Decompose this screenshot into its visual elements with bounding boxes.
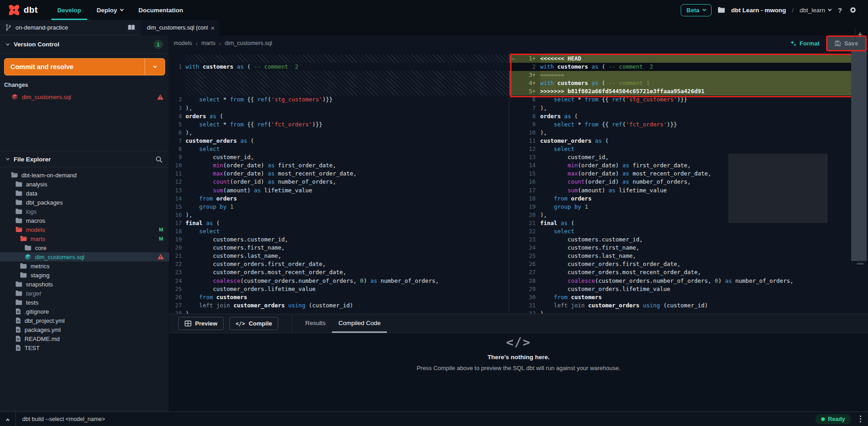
code-row[interactable]: 2with customers as ( -- comment 2 xyxy=(509,63,851,71)
code-row[interactable]: 26 from customers xyxy=(169,293,509,301)
tab-dim-customers[interactable]: dim_customers.sql (confli... × xyxy=(141,20,219,35)
dbt-logo[interactable]: dbt xyxy=(8,4,38,16)
code-row[interactable]: 32) xyxy=(509,310,851,314)
code-row[interactable]: 4+with customers as ( -- comment 1 xyxy=(509,79,851,87)
code-row[interactable]: 27 left join customer_orders using (cust… xyxy=(169,301,509,310)
code-row[interactable]: 5+>>>>>>> b81f802a66fd544504c65721e3ffaa… xyxy=(509,87,851,95)
tree-item-dbt-project-yml[interactable]: dbt_project.yml xyxy=(0,316,169,325)
breadcrumb-item[interactable]: marts xyxy=(201,40,216,46)
tree-item-test[interactable]: TEST xyxy=(0,343,169,352)
environment-dropdown[interactable]: dbt_learn xyxy=(800,7,831,14)
code-row[interactable]: 28) xyxy=(169,310,509,314)
code-row[interactable]: 10 min(order_date) as first_order_date, xyxy=(169,161,509,170)
breadcrumb-item[interactable]: dim_customers.sql xyxy=(225,40,272,46)
command-input[interactable] xyxy=(16,416,815,422)
nav-deploy[interactable]: Deploy xyxy=(91,0,129,20)
code-row[interactable]: 23 customer_orders.most_recent_order_dat… xyxy=(169,268,509,276)
code-row[interactable]: 3), xyxy=(169,104,509,112)
scrollbar-thumb[interactable] xyxy=(857,263,864,265)
code-row[interactable]: 7), xyxy=(509,104,851,112)
tree-item-snapshots[interactable]: snapshots xyxy=(0,280,169,289)
code-row[interactable]: 31 left join customer_orders using (cust… xyxy=(509,301,851,310)
changed-file-item[interactable]: dim_customers.sql xyxy=(0,92,169,102)
tree-item-analysis[interactable]: analysis xyxy=(0,180,169,189)
code-row[interactable]: 20 customers.first_name, xyxy=(169,244,509,252)
tree-item-dbt-packages[interactable]: dbt_packages xyxy=(0,198,169,207)
search-icon[interactable] xyxy=(155,155,163,163)
code-row[interactable]: 12 count(order_id) as number_of_orders, xyxy=(169,178,509,186)
code-row[interactable]: 29 customer_orders.lifetime_value xyxy=(509,285,851,293)
code-row[interactable]: –1+<<<<<<< HEAD xyxy=(509,55,851,63)
code-row[interactable]: 9 customer_id, xyxy=(169,153,509,161)
preview-button[interactable]: Preview xyxy=(178,317,224,330)
code-row[interactable]: 11customer_orders as ( xyxy=(509,137,851,145)
tree-item-dbt-learn-on-demand[interactable]: dbt-learn-on-demand xyxy=(0,170,169,180)
tree-item-tests[interactable]: tests xyxy=(0,298,169,307)
tree-item-packages-yml[interactable]: packages.yml xyxy=(0,325,169,334)
code-row[interactable]: 17final as ( xyxy=(169,219,509,227)
code-row[interactable]: 7customer_orders as ( xyxy=(169,137,509,145)
code-row[interactable]: 24 customers.first_name, xyxy=(509,244,851,252)
tab-compiled-code[interactable]: Compiled Code xyxy=(332,314,387,333)
code-row[interactable] xyxy=(169,87,509,95)
code-row[interactable] xyxy=(169,71,509,79)
tree-item-readme-md[interactable]: README.md xyxy=(0,334,169,343)
tree-item-dim-customers-sql[interactable]: dim_customers.sql xyxy=(0,252,169,261)
tree-item-macros[interactable]: macros xyxy=(0,216,169,225)
code-row[interactable]: 25 customer_orders.lifetime_value xyxy=(169,285,509,293)
status-badge[interactable]: Ready xyxy=(815,414,851,424)
code-row[interactable]: 2 select * from {{ ref('stg_customers')}… xyxy=(169,95,509,104)
expand-panel-button[interactable] xyxy=(0,418,15,421)
code-row[interactable] xyxy=(169,79,509,87)
code-row[interactable]: 21 customers.last_name, xyxy=(169,252,509,260)
code-row[interactable]: 25 customers.last_name, xyxy=(509,252,851,260)
tree-item-data[interactable]: data xyxy=(0,189,169,198)
fold-marker[interactable]: – xyxy=(512,55,515,63)
file-explorer-header[interactable]: File Explorer xyxy=(0,151,169,167)
code-row[interactable]: 13 sum(amount) as lifetime_value xyxy=(169,186,509,195)
code-row[interactable]: 22 select xyxy=(509,227,851,236)
code-row[interactable]: 24 coalesce(customer_orders.number_of_or… xyxy=(169,277,509,285)
code-row[interactable]: 1with customers as ( -- comment 2 xyxy=(169,63,509,71)
code-row[interactable] xyxy=(169,55,509,63)
code-row[interactable]: 15 group by 1 xyxy=(169,203,509,211)
tree-item-models[interactable]: modelsM xyxy=(0,225,169,234)
commit-options-caret[interactable] xyxy=(145,59,165,75)
editor-scrollbar[interactable] xyxy=(851,51,867,261)
tree-item-marts[interactable]: martsM xyxy=(0,234,169,243)
tree-item-target[interactable]: target xyxy=(0,289,169,298)
close-icon[interactable]: × xyxy=(211,24,215,32)
code-row[interactable]: 3+======= xyxy=(509,71,851,79)
format-button[interactable]: Format xyxy=(790,40,820,47)
tree-item-core[interactable]: core xyxy=(0,243,169,252)
nav-develop[interactable]: Develop xyxy=(51,0,87,20)
new-tab-button[interactable]: + xyxy=(858,30,863,39)
code-row[interactable]: 27 customer_orders.most_recent_order_dat… xyxy=(509,268,851,276)
help-icon[interactable]: ? xyxy=(837,6,843,14)
code-row[interactable]: 18 select xyxy=(169,227,509,236)
tree-item--gitignore[interactable]: .gitignore xyxy=(0,307,169,316)
code-row[interactable]: 30 from customers xyxy=(509,293,851,301)
code-row[interactable]: 8orders as ( xyxy=(509,112,851,120)
commit-and-resolve-button[interactable]: Commit and resolve xyxy=(4,58,165,75)
code-row[interactable]: 10), xyxy=(509,129,851,137)
gear-icon[interactable] xyxy=(849,6,857,14)
code-row[interactable]: 5 select * from {{ ref('fct_orders')}} xyxy=(169,120,509,129)
tree-item-staging[interactable]: staging xyxy=(0,271,169,280)
code-row[interactable]: 8 select xyxy=(169,145,509,153)
tree-item-logs[interactable]: logs xyxy=(0,207,169,216)
code-row[interactable]: 14 from orders xyxy=(169,195,509,203)
code-row[interactable]: 12 select xyxy=(509,145,851,153)
code-row[interactable]: 4orders as ( xyxy=(169,112,509,120)
code-row[interactable]: 16), xyxy=(169,211,509,219)
code-row[interactable]: 23 customers.customer_id, xyxy=(509,236,851,244)
beta-dropdown[interactable]: Beta xyxy=(681,4,712,16)
version-control-header[interactable]: Version Control 1 xyxy=(0,35,169,54)
code-row[interactable]: 19 customers.customer_id, xyxy=(169,236,509,244)
code-row[interactable]: 26 customer_orders.first_order_date, xyxy=(509,260,851,268)
code-row[interactable]: 28 coalesce(customer_orders.number_of_or… xyxy=(509,277,851,285)
breadcrumb-item[interactable]: models xyxy=(174,40,192,46)
code-row[interactable]: 6 select * from {{ ref('stg_customers')}… xyxy=(509,95,851,104)
compile-button[interactable]: </> Compile xyxy=(229,317,278,330)
editor-pane-local[interactable]: 1with customers as ( -- comment 22 selec… xyxy=(169,51,509,314)
